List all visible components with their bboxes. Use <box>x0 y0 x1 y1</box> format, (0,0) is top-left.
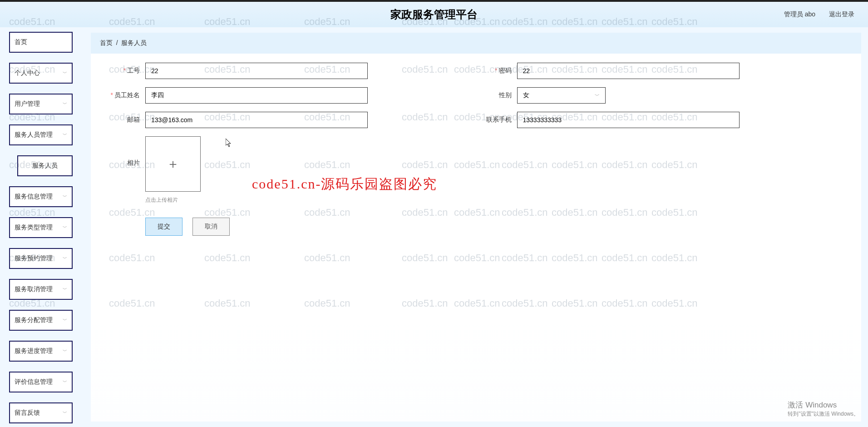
sidebar-item-feedback[interactable]: 留言反馈 ﹀ <box>9 402 73 423</box>
chevron-down-icon: ﹀ <box>63 255 67 262</box>
form: *工号 *密码 *员工姓名 性别 女 ﹀ <box>91 54 861 245</box>
chevron-down-icon: ﹀ <box>63 224 67 231</box>
plus-icon: ＋ <box>167 155 179 173</box>
admin-label[interactable]: 管理员 abo <box>784 10 815 19</box>
sidebar-item-label: 服务进度管理 <box>15 347 53 355</box>
logout-link[interactable]: 退出登录 <box>829 10 854 19</box>
breadcrumb-sep: / <box>116 39 118 46</box>
breadcrumb-home[interactable]: 首页 <box>100 39 113 46</box>
sidebar-item-staff-mgmt[interactable]: 服务人员管理 ﹀ <box>9 124 73 145</box>
sidebar-subitem-staff[interactable]: 服务人员 <box>17 155 73 176</box>
label-job-id: *工号 <box>104 67 145 75</box>
chevron-down-icon: ﹀ <box>595 92 600 99</box>
chevron-down-icon: ﹀ <box>63 286 67 293</box>
chevron-down-icon: ﹀ <box>63 317 67 323</box>
input-password[interactable] <box>517 63 740 79</box>
sidebar-item-profile[interactable]: 个人中心 ﹀ <box>9 63 73 84</box>
sidebar-item-label: 服务分配管理 <box>15 316 53 324</box>
chevron-down-icon: ﹀ <box>63 101 67 107</box>
sidebar-item-label: 留言反馈 <box>15 409 40 417</box>
input-email[interactable] <box>145 112 368 128</box>
sidebar-item-assign[interactable]: 服务分配管理 ﹀ <box>9 310 73 331</box>
header-right: 管理员 abo 退出登录 <box>784 10 854 19</box>
input-phone[interactable] <box>517 112 740 128</box>
upload-photo[interactable]: ＋ <box>145 136 201 192</box>
select-gender[interactable]: 女 ﹀ <box>517 87 606 104</box>
chevron-down-icon: ﹀ <box>63 194 67 200</box>
header: 家政服务管理平台 管理员 abo 退出登录 <box>0 0 868 27</box>
label-password: *密码 <box>476 67 517 75</box>
breadcrumb-current: 服务人员 <box>121 39 147 46</box>
sidebar-item-label: 首页 <box>15 38 27 46</box>
chevron-down-icon: ﹀ <box>63 348 67 354</box>
sidebar-item-label: 服务人员管理 <box>15 131 53 139</box>
sidebar-item-progress[interactable]: 服务进度管理 ﹀ <box>9 341 73 362</box>
sidebar-item-service-type[interactable]: 服务类型管理 ﹀ <box>9 217 73 238</box>
windows-activation-notice: 激活 Windows 转到"设置"以激活 Windows。 <box>788 400 859 418</box>
sidebar: 首页 个人中心 ﹀ 用户管理 ﹀ 服务人员管理 ﹀ 服务人员 服务信息管理 ﹀ … <box>0 27 79 427</box>
upload-hint: 点击上传相片 <box>145 196 201 204</box>
cancel-button[interactable]: 取消 <box>192 218 230 236</box>
chevron-down-icon: ﹀ <box>63 70 67 76</box>
submit-button[interactable]: 提交 <box>145 218 182 236</box>
content-panel: 首页 / 服务人员 *工号 *密码 *员工姓名 <box>91 33 861 422</box>
label-phone: 联系手机 <box>476 116 517 124</box>
select-gender-value: 女 <box>523 91 529 99</box>
sidebar-item-label: 服务人员 <box>32 162 58 169</box>
sidebar-item-label: 评价信息管理 <box>15 378 53 386</box>
app-title: 家政服务管理平台 <box>390 7 478 22</box>
sidebar-item-review[interactable]: 评价信息管理 ﹀ <box>9 372 73 392</box>
sidebar-item-label: 服务类型管理 <box>15 223 53 232</box>
sidebar-item-label: 用户管理 <box>15 100 40 108</box>
breadcrumb: 首页 / 服务人员 <box>91 33 861 54</box>
sidebar-item-home[interactable]: 首页 <box>9 32 73 53</box>
label-photo: 相片 <box>104 136 145 167</box>
background-image <box>91 313 861 422</box>
sidebar-item-users[interactable]: 用户管理 ﹀ <box>9 94 73 114</box>
sidebar-item-service-info[interactable]: 服务信息管理 ﹀ <box>9 186 73 207</box>
chevron-down-icon: ﹀ <box>63 379 67 385</box>
sidebar-item-cancel[interactable]: 服务取消管理 ﹀ <box>9 279 73 300</box>
label-email: 邮箱 <box>104 116 145 124</box>
sidebar-item-label: 服务取消管理 <box>15 285 53 293</box>
sidebar-item-label: 服务信息管理 <box>15 193 53 201</box>
chevron-down-icon: ﹀ <box>63 410 67 416</box>
chevron-down-icon: ﹀ <box>63 132 67 138</box>
input-job-id[interactable] <box>145 63 368 79</box>
label-name: *员工姓名 <box>104 91 145 99</box>
label-gender: 性别 <box>476 91 517 99</box>
sidebar-item-reservation[interactable]: 服务预约管理 ﹀ <box>9 248 73 269</box>
sidebar-item-label: 个人中心 <box>15 69 40 77</box>
input-name[interactable] <box>145 87 368 104</box>
sidebar-item-label: 服务预约管理 <box>15 254 53 263</box>
